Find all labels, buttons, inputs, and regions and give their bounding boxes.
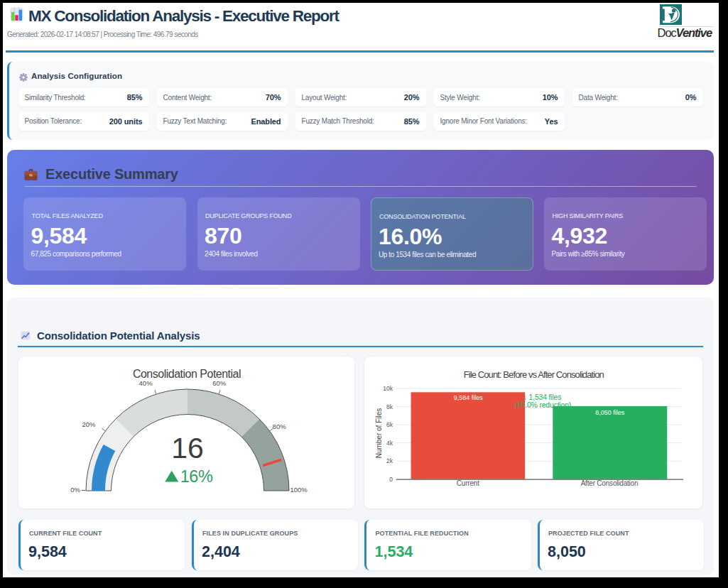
svg-text:40%: 40% xyxy=(139,379,153,387)
svg-text:80%: 80% xyxy=(273,423,287,430)
svg-text:100%: 100% xyxy=(290,486,308,494)
svg-text:(16.0% reduction): (16.0% reduction) xyxy=(515,401,571,409)
svg-text:0%: 0% xyxy=(70,486,80,494)
svg-text:6k: 6k xyxy=(386,421,393,428)
svg-text:File Count: Before vs After Co: File Count: Before vs After Consolidatio… xyxy=(464,369,604,380)
svg-text:8k: 8k xyxy=(386,403,393,410)
svg-text:20%: 20% xyxy=(82,420,96,428)
svg-text:Consolidation Potential: Consolidation Potential xyxy=(133,368,241,380)
svg-text:2k: 2k xyxy=(386,457,393,464)
svg-text:8,050 files: 8,050 files xyxy=(595,409,625,416)
svg-text:10k: 10k xyxy=(383,385,393,392)
svg-text:Current: Current xyxy=(457,479,479,487)
svg-text:16%: 16% xyxy=(180,467,213,486)
svg-text:9,584 files: 9,584 files xyxy=(454,394,484,401)
svg-text:60%: 60% xyxy=(212,379,227,387)
svg-text:0: 0 xyxy=(389,476,393,483)
svg-text:4k: 4k xyxy=(386,440,393,447)
svg-text:16: 16 xyxy=(171,432,204,464)
svg-text:After Consolidation: After Consolidation xyxy=(581,479,639,487)
svg-text:Number of Files: Number of Files xyxy=(375,408,383,459)
